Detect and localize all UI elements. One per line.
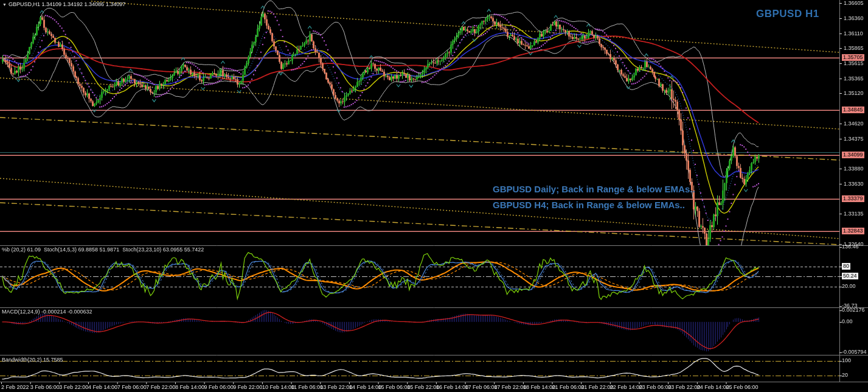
chart-canvas[interactable]	[0, 0, 868, 392]
time-axis-label: 7 Feb 06:00	[117, 384, 147, 390]
sub3-axis-label: 100	[842, 357, 851, 364]
close-value: 1.34097	[106, 1, 126, 7]
time-axis-label: 10 Feb 14:00	[262, 384, 294, 390]
time-axis-label: 13 Feb 22:00	[320, 384, 352, 390]
sub1-axis-label: 136.46	[842, 243, 859, 250]
price-level-label: 1.34099	[842, 152, 864, 158]
price-axis-tick: 1.35120	[844, 90, 864, 97]
time-axis-label: 9 Feb 22:00	[233, 384, 262, 390]
time-axis-label: 4 Feb 14:00	[88, 384, 117, 390]
price-axis-tick: 1.36605	[844, 0, 864, 7]
price-level-label: 1.35705	[842, 54, 864, 61]
price-axis-tick: 1.33880	[844, 166, 864, 172]
sub2-axis-label: 0.002176	[842, 307, 865, 313]
time-axis-label: 21 Feb 22:00	[581, 384, 613, 390]
high-value: 1.34192	[63, 1, 83, 7]
time-axis-label: 21 Feb 06:00	[552, 384, 585, 390]
sub1-axis-label: 20.00	[842, 283, 856, 290]
symbol-info-bar: ▼GBPUSD,H1 1.34109 1.34192 1.34086 1.340…	[2, 1, 125, 7]
price-axis-tick: 1.35365	[844, 75, 864, 82]
sub1-axis-label: 50.24	[842, 273, 858, 279]
symbol-period-label: GBPUSD,H1	[9, 1, 40, 7]
low-value: 1.34086	[85, 1, 105, 7]
price-axis-tick: 1.36110	[844, 30, 863, 37]
time-axis-label: 7 Feb 22:00	[146, 384, 175, 390]
time-axis-label: 15 Feb 06:00	[378, 384, 411, 390]
price-level-label: 1.32843	[842, 228, 864, 234]
time-axis-label: 2 Feb 2022	[1, 384, 29, 390]
sub1-axis-label: 80	[842, 263, 850, 270]
annotation-daily: GBPUSD Daily; Back in Range & below EMAs…	[493, 184, 695, 194]
sub3-axis-label: 20	[842, 372, 848, 379]
time-axis-label: 17 Feb 22:00	[494, 384, 526, 390]
time-axis-label: 11 Feb 06:00	[291, 384, 323, 390]
time-axis-label: 23 Feb 06:00	[639, 384, 672, 390]
time-axis-label: 8 Feb 14:00	[175, 384, 204, 390]
time-axis-label: 15 Feb 22:00	[407, 384, 439, 390]
time-axis-label: 9 Feb 06:00	[204, 384, 234, 390]
time-axis-label: 3 Feb 22:00	[59, 384, 88, 390]
price-axis-tick: 1.34620	[844, 121, 864, 127]
annotation-h4: GBPUSD H4; Back in Range & below EMAs..	[493, 200, 685, 210]
price-axis-tick: 1.33630	[844, 181, 864, 187]
indicator-label-macd: MACD(12,24,9) -0.000214 -0.000632	[2, 309, 92, 315]
time-axis-label: 22 Feb 14:00	[610, 384, 642, 390]
price-axis-tick: 1.34375	[844, 136, 864, 142]
price-axis-tick: 1.33135	[844, 211, 864, 217]
indicator-label-bandwidth: Bandwidth(20,2) 15.7585	[2, 357, 63, 363]
price-axis-tick: 1.36360	[844, 15, 864, 22]
price-axis-tick: 1.35865	[844, 45, 864, 52]
price-level-label: 1.33379	[842, 195, 864, 202]
time-axis-label: 18 Feb 14:00	[523, 384, 555, 390]
sub2-axis-label: -0.005794	[842, 349, 867, 355]
sub2-axis-label: 0.00	[842, 318, 853, 325]
price-axis-tick: 1.35615	[844, 60, 864, 67]
time-axis-label: 16 Feb 14:00	[436, 384, 468, 390]
price-level-label: 1.34845	[842, 107, 864, 113]
time-axis-label: 24 Feb 14:00	[697, 384, 729, 390]
time-axis-label: 17 Feb 06:00	[465, 384, 498, 390]
open-value: 1.34109	[41, 1, 61, 7]
time-axis-label: 3 Feb 06:00	[30, 384, 60, 390]
trading-chart-window: ▼GBPUSD,H1 1.34109 1.34192 1.34086 1.340…	[0, 0, 868, 392]
time-axis-label: 25 Feb 06:00	[726, 384, 759, 390]
symbol-watermark: GBPUSD H1	[756, 8, 819, 20]
time-axis-label: 23 Feb 22:00	[668, 384, 700, 390]
symbol-dropdown-icon[interactable]: ▼	[2, 2, 7, 7]
indicator-label-stochastics: %b (20,2) 61.09 Stoch(14,5,3) 69.8858 51…	[2, 247, 204, 253]
time-axis-label: 14 Feb 14:00	[349, 384, 381, 390]
